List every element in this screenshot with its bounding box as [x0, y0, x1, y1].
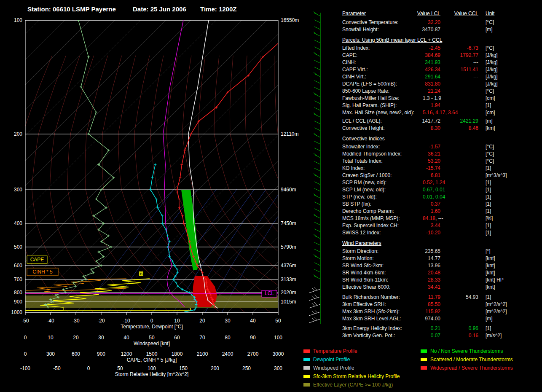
height-label: 3133m	[281, 277, 296, 282]
windspeed-tick-label: 60	[174, 335, 180, 341]
table-row: STP (new, old):0.01, 0.04[1]	[342, 193, 542, 201]
windspeed-tick-label: 20	[73, 335, 79, 341]
pressure-label: 100	[14, 17, 22, 23]
value-list: 0.52, 1.24	[405, 179, 478, 186]
cape-tick-label: 900	[97, 351, 105, 357]
unit-label: [m^2/s^2]	[478, 301, 542, 308]
value-lcl: 235.65	[405, 248, 440, 255]
table-row: Sig. Hail Param. (SHIP):1.94[1]	[342, 102, 542, 109]
value-lcl: 53.20	[405, 158, 440, 165]
legend-swatch	[303, 358, 310, 361]
pressure-label: 600	[14, 263, 22, 268]
param-label: Storm Motion:	[342, 255, 405, 262]
unit-label: [knt]	[478, 284, 542, 291]
pressure-label: 800	[14, 290, 22, 295]
srh-tick-label: 50	[117, 365, 123, 371]
pressure-label: 400	[14, 220, 22, 226]
skewt-chart: 10016550m20012110m3009460m4007450m500579…	[0, 0, 341, 392]
value-ccl	[440, 248, 478, 255]
legend-label: Temperature Profile	[313, 348, 357, 354]
legend-label: Windspeed Profile	[313, 365, 354, 371]
severity-legend-item: Widespread / Severe Thunderstorms	[421, 364, 513, 372]
value-lcl: -15.74	[405, 165, 440, 172]
table-row: Effective Shear 6000:34.41[knt]	[342, 284, 542, 291]
parameters-table: ParameterValue LCLValue CCLUnitConvectiv…	[342, 10, 542, 339]
legend-label: Scattered / Moderate Thunderstorms	[430, 357, 513, 362]
param-label: SWISS 12 Index:	[342, 229, 405, 236]
unit-label: [°C]	[478, 158, 542, 165]
srh-tick-label: 300	[274, 365, 282, 371]
unit-label: [1]	[478, 325, 542, 332]
cape-tick-label: 1500	[146, 351, 158, 357]
annotation-label: CINH * 5	[32, 269, 53, 275]
param-label: 3km Vorticity Gen. Pot.:	[342, 332, 405, 339]
param-label: Effective Shear 6000:	[342, 284, 405, 291]
param-label: Modified Thompson Index:	[342, 150, 405, 158]
col-header-value-lcl: Value LCL	[405, 10, 440, 17]
unit-label: [m]	[478, 118, 542, 125]
param-label: Max 3km SRH Level AGL:	[342, 315, 405, 322]
cape-tick-label: 2400	[222, 351, 233, 357]
legend-label: Dewpoint Profile	[313, 357, 350, 362]
table-row: Showalter Index:-1.57[°C]	[342, 143, 542, 150]
value-lcl: -1.57	[405, 143, 440, 150]
windspeed-profile	[46, 20, 114, 307]
value-lcl: 34.41	[405, 284, 440, 291]
param-label: Sig. Hail Param. (SHIP):	[342, 102, 405, 109]
windspeed-tick-label: 50	[149, 335, 155, 341]
table-row: Derecho Comp Param:1.60[1]	[342, 208, 542, 215]
srh-tick-label: 100	[148, 365, 156, 371]
col-header-unit: Unit	[478, 10, 542, 17]
value-ccl	[440, 269, 478, 277]
param-label: Parameter	[342, 10, 405, 17]
table-row: Convective Temperature:32.20[°C]	[342, 19, 542, 26]
severity-legend-item: No / Non Severe Thunderstorms	[421, 347, 513, 355]
value-lcl: 28.33	[405, 277, 440, 284]
unit-label: [knt] HP	[478, 277, 542, 284]
value-list: 0.01, 0.04	[405, 193, 478, 201]
legend-swatch	[303, 375, 310, 378]
srh-tick-label: 150	[179, 365, 188, 371]
value-lcl: 384.69	[405, 52, 440, 59]
value-lcl: 831.80	[405, 81, 440, 88]
param-label: Convective Height:	[342, 125, 405, 132]
value-ccl	[440, 201, 478, 208]
table-row: 850-600 Lapse Rate:21.24[°C]	[342, 88, 542, 95]
temperature-tick-label: 30	[225, 318, 231, 324]
unit-label: [knt]	[478, 255, 542, 262]
value-ccl	[440, 208, 478, 215]
unit-label: [%]	[478, 215, 542, 222]
cape-axis-title: CAPE, CINH * 5 [J/kg]	[127, 357, 177, 363]
pressure-label: 900	[14, 299, 22, 305]
param-label: Fawbush-Miller Hail Size:	[342, 95, 405, 102]
temperature-tick-label: -40	[47, 318, 54, 324]
table-header-row: ParameterValue LCLValue CCLUnit	[342, 10, 542, 17]
legend-label: Widespread / Severe Thunderstorms	[430, 365, 513, 371]
unit-label: [°C]	[478, 19, 542, 26]
annotation-label: CAPE	[30, 257, 44, 263]
value-ccl	[440, 315, 478, 322]
unit-label: [m^2/s^2]	[478, 308, 542, 315]
param-label: LCL / CCL (AGL):	[342, 118, 405, 125]
severity-legend: No / Non Severe ThunderstormsScattered /…	[421, 347, 513, 372]
legend-swatch	[303, 349, 310, 353]
value-ccl	[440, 26, 478, 33]
table-row: SCP LM (new, old):0.67, 0.01[1]	[342, 186, 542, 193]
unit-label: [cm]	[478, 95, 542, 102]
table-row: Fawbush-Miller Hail Size:1.3 - 1.9[cm]	[342, 95, 542, 102]
profile-legend-item: Windspeed Profile	[303, 364, 400, 372]
table-row: 3km Energy Helicity Index:0.210.96[1]	[342, 325, 542, 332]
value-ccl	[440, 172, 478, 179]
height-label: 2020m	[281, 290, 296, 295]
unit-label: [m]	[478, 315, 542, 322]
temperature-axis-title: Temperature, Dewpoint [°C]	[121, 324, 183, 330]
table-section-header: Convective Indices	[342, 135, 542, 142]
table-section-header: Wind Parameters	[342, 240, 542, 247]
unit-label: [1]	[478, 193, 542, 201]
unit-label: [knt]	[478, 262, 542, 269]
value-ccl	[440, 19, 478, 26]
windspeed-tick-label: 40	[123, 335, 129, 341]
value-ccl: -6.73	[440, 45, 478, 52]
table-row: MCS 18m/s (MMP, MSP):84.18, ---[%]	[342, 215, 542, 222]
windspeed-tick-label: 80	[225, 335, 231, 341]
